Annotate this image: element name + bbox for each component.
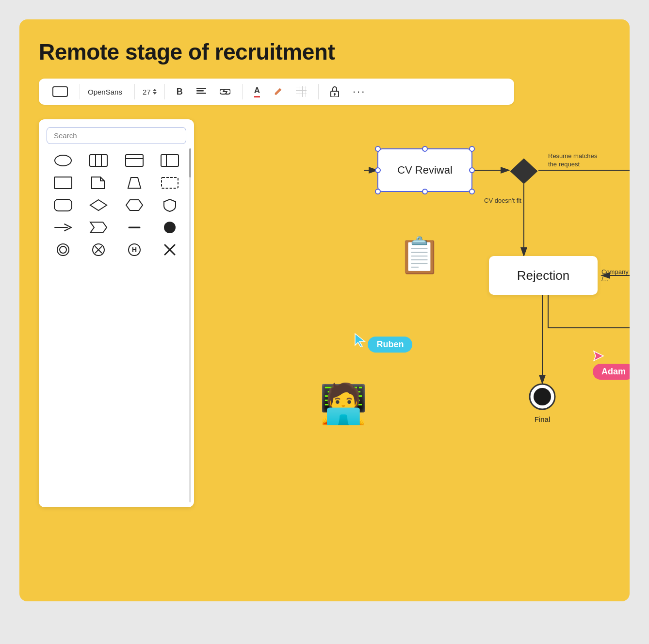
svg-marker-17: [128, 177, 141, 188]
shape-columns[interactable]: [82, 152, 115, 169]
rejection-node[interactable]: Rejection: [489, 256, 598, 295]
shape-rounded-rect[interactable]: [47, 196, 80, 214]
font-name-label[interactable]: OpenSans: [88, 88, 127, 96]
more-options-button[interactable]: ···: [349, 83, 370, 100]
lock-button[interactable]: [326, 84, 343, 99]
svg-point-24: [164, 222, 176, 233]
cv-revival-node[interactable]: CV Reviwal: [377, 148, 472, 192]
diamond-node[interactable]: [509, 158, 538, 187]
shape-panel: H: [39, 119, 194, 507]
svg-rect-18: [162, 177, 178, 188]
svg-point-26: [60, 246, 66, 253]
svg-marker-20: [90, 200, 107, 210]
page-title: Remote stage of recruitment: [39, 39, 610, 65]
toolbar-divider-3: [164, 84, 165, 99]
final-label: Final: [529, 415, 556, 423]
shape-chevron[interactable]: [82, 219, 115, 236]
shape-circle-filled[interactable]: [154, 219, 187, 236]
cv-doesnt-fit-label: CV doesn't fit: [484, 197, 521, 204]
svg-marker-45: [355, 334, 365, 347]
svg-point-8: [55, 155, 71, 166]
adam-label: Adam: [593, 364, 630, 380]
ruben-cursor-icon: [354, 333, 366, 347]
shape-ellipse[interactable]: [47, 152, 80, 169]
ruben-cursor-area: Ruben: [354, 333, 412, 353]
svg-rect-19: [54, 199, 72, 211]
final-shape: [529, 383, 556, 410]
shape-rect[interactable]: [47, 174, 80, 192]
font-size-control[interactable]: 27: [143, 88, 157, 96]
handle-right[interactable]: [469, 167, 475, 173]
search-input[interactable]: [47, 127, 186, 144]
svg-rect-16: [54, 177, 72, 189]
shape-card-h[interactable]: [118, 152, 151, 169]
shape-circle-ring[interactable]: [47, 241, 80, 258]
panel-scrollbar-thumb: [189, 148, 191, 177]
pattern-button[interactable]: [292, 84, 310, 99]
svg-point-44: [534, 388, 551, 405]
shape-line[interactable]: [118, 219, 151, 236]
toolbar: OpenSans 27 B: [39, 79, 514, 105]
character-illustration: 🧑‍💻: [319, 381, 368, 427]
link-button[interactable]: [216, 86, 234, 97]
diamond-shape: [509, 158, 538, 185]
shape-circle-h[interactable]: H: [118, 241, 151, 258]
shape-dashed-rect[interactable]: [154, 174, 187, 192]
font-size-up-icon[interactable]: [153, 89, 157, 91]
adam-cursor-area: Adam: [593, 350, 630, 380]
svg-marker-42: [510, 159, 537, 184]
diagram-canvas[interactable]: CV Reviwal Resume ma: [194, 119, 610, 507]
toolbar-divider-5: [318, 84, 319, 99]
handle-tl[interactable]: [375, 146, 381, 152]
handle-bottom[interactable]: [422, 189, 428, 194]
ruben-label: Ruben: [368, 337, 412, 353]
handle-top[interactable]: [422, 146, 428, 152]
shape-diamond[interactable]: [82, 196, 115, 214]
pattern-icon: [296, 86, 307, 97]
link-icon: [220, 88, 230, 95]
toolbar-divider-2: [134, 84, 135, 99]
align-icon: [196, 88, 206, 96]
svg-text:H: H: [132, 246, 137, 254]
company-label: Company /...: [601, 268, 629, 283]
handle-br[interactable]: [469, 189, 475, 194]
text-color-button[interactable]: A: [250, 84, 264, 99]
handle-bl[interactable]: [375, 189, 381, 194]
shape-arrow-right[interactable]: [47, 219, 80, 236]
adam-cursor-icon: [593, 350, 604, 362]
panel-scrollbar[interactable]: [189, 148, 191, 502]
shape-selector-button[interactable]: [49, 84, 72, 99]
bold-button[interactable]: B: [173, 85, 187, 99]
main-area: H: [39, 119, 610, 507]
shape-circle-x[interactable]: [82, 241, 115, 258]
resume-matches-label: Resume matches the request: [548, 152, 606, 169]
toolbar-divider-1: [80, 84, 80, 99]
pencil-button[interactable]: [270, 85, 286, 98]
shape-x-mark[interactable]: [154, 241, 187, 258]
shape-doc[interactable]: [82, 174, 115, 192]
svg-point-25: [57, 244, 69, 256]
shape-shield[interactable]: [154, 196, 187, 214]
pencil-icon: [274, 87, 282, 96]
shape-hexagon[interactable]: [118, 196, 151, 214]
shape-icon: [52, 86, 68, 97]
handle-tr[interactable]: [469, 146, 475, 152]
final-node[interactable]: Final: [529, 383, 556, 423]
font-size-down-icon[interactable]: [153, 92, 157, 95]
rejection-label: Rejection: [517, 268, 569, 283]
svg-rect-2: [196, 93, 206, 94]
cv-revival-label: CV Reviwal: [397, 164, 453, 177]
font-size-value: 27: [143, 88, 151, 96]
svg-marker-22: [90, 222, 107, 233]
handle-left[interactable]: [375, 167, 381, 173]
lock-icon: [330, 86, 339, 97]
svg-rect-14: [161, 155, 178, 166]
font-size-arrows[interactable]: [153, 89, 157, 95]
shape-trapezoid[interactable]: [118, 174, 151, 192]
toolbar-divider-4: [242, 84, 243, 99]
clipboard-emoji: 📋: [398, 235, 441, 276]
more-dots-icon: ···: [353, 85, 366, 98]
shape-card-v[interactable]: [154, 152, 187, 169]
align-button[interactable]: [193, 86, 210, 97]
canvas-container: Remote stage of recruitment OpenSans 27 …: [19, 19, 630, 601]
